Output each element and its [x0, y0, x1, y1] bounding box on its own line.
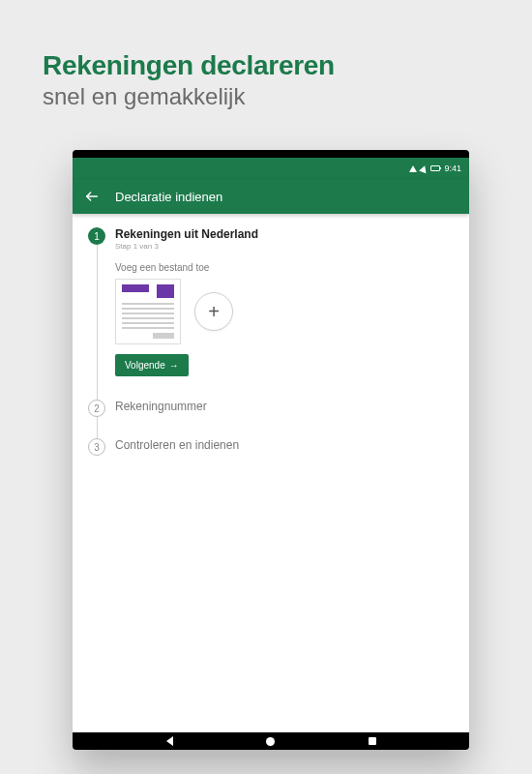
- next-button[interactable]: Volgende →: [115, 354, 189, 376]
- step-1: 1 Rekeningen uit Nederland Stap 1 van 3 …: [88, 227, 454, 400]
- status-icons: [409, 165, 440, 172]
- step-1-badge: 1: [88, 227, 105, 245]
- app-bar: Declaratie indienen: [73, 179, 469, 214]
- status-bar: 9:41: [73, 158, 469, 179]
- next-button-label: Volgende: [125, 360, 165, 371]
- add-attachment-button[interactable]: +: [194, 292, 233, 331]
- step-2-badge: 2: [88, 400, 105, 417]
- nav-home-icon[interactable]: [266, 737, 275, 746]
- attachment-row: +: [115, 279, 454, 344]
- step-2[interactable]: 2 Rekeningnummer: [88, 400, 454, 438]
- device-frame: 9:41 Declaratie indienen 1 Rekeningen ui…: [73, 150, 469, 750]
- signal-icon: [409, 165, 417, 172]
- content-area: 1 Rekeningen uit Nederland Stap 1 van 3 …: [73, 214, 469, 469]
- attach-label: Voeg een bestand toe: [115, 262, 454, 273]
- step-3-badge: 3: [88, 438, 105, 456]
- nav-recents-icon[interactable]: [369, 737, 376, 745]
- step-3[interactable]: 3 Controleren en indienen: [88, 438, 454, 456]
- stepper: 1 Rekeningen uit Nederland Stap 1 van 3 …: [88, 227, 454, 456]
- android-nav-bar: [73, 732, 469, 750]
- step-1-title: Rekeningen uit Nederland: [115, 227, 454, 241]
- app-bar-title: Declaratie indienen: [115, 190, 222, 204]
- battery-icon: [430, 165, 440, 171]
- promo-heading: Rekeningen declareren snel en gemakkelij…: [43, 50, 335, 110]
- plus-icon: +: [208, 301, 220, 323]
- step-3-title: Controleren en indienen: [115, 438, 454, 452]
- attachment-thumbnail[interactable]: [115, 279, 181, 344]
- nav-back-icon[interactable]: [166, 736, 173, 746]
- arrow-right-icon: →: [169, 360, 179, 371]
- back-icon[interactable]: [84, 189, 100, 204]
- promo-title: Rekeningen declareren: [43, 50, 335, 81]
- step-1-sub: Stap 1 van 3: [115, 242, 454, 251]
- wifi-icon: [420, 164, 429, 172]
- status-time: 9:41: [444, 164, 461, 173]
- step-2-title: Rekeningnummer: [115, 400, 454, 413]
- promo-subtitle: snel en gemakkelijk: [43, 83, 335, 110]
